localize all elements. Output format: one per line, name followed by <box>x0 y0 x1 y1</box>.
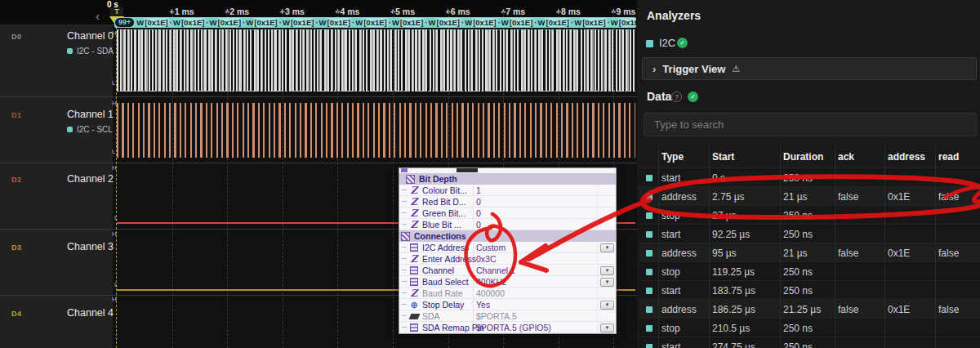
property-row[interactable]: ChannelChannel 1▾ <box>399 265 616 276</box>
channel-analyzer-label[interactable]: I2C - SDA <box>67 47 114 56</box>
property-value[interactable]: Channel 1 <box>476 265 515 275</box>
property-row[interactable]: ZRed Bit D...0 <box>399 196 616 207</box>
property-row[interactable]: Baud Select400KHz▾ <box>399 276 616 288</box>
dropdown-button[interactable]: ▾ <box>600 243 614 252</box>
channel-panel <box>0 25 113 348</box>
property-row[interactable]: ZEnter Address0x3C <box>399 253 616 265</box>
property-row[interactable]: SDA Remap Pin$PORTA.5 (GPIO5)▾ <box>399 322 616 333</box>
trigger-view-bar[interactable]: › Trigger View ⚠ <box>642 57 977 80</box>
numeric-field-icon: Z <box>411 220 418 230</box>
cell-ack: false <box>838 191 858 203</box>
cell-read: false <box>938 304 959 315</box>
property-value[interactable]: Yes <box>476 300 490 310</box>
i2c-decode-bubble[interactable]: W[0x1E] <box>283 18 314 27</box>
analyzer-label-text: I2C - SCL <box>77 125 113 134</box>
property-value[interactable]: $PORTA.5 <box>476 311 517 321</box>
i2c-decode-bubble[interactable]: W[0x1E] <box>392 18 424 27</box>
property-value[interactable]: 1 <box>476 185 481 195</box>
property-value[interactable]: 0 <box>476 220 481 230</box>
level-marker-high: H <box>112 231 117 238</box>
property-value[interactable]: $PORTA.5 (GPIO5) <box>476 323 551 332</box>
channel-analyzer-label[interactable]: I2C - SCL <box>67 125 113 134</box>
dropdown-button[interactable]: ▾ <box>600 266 614 275</box>
i2c-decode-strip[interactable]: 99+W[0x1E]·W[0x1E]·W[0x1E]·W[0x1E]·W[0x1… <box>114 17 636 28</box>
channel-name[interactable]: Channel 3 <box>67 241 114 252</box>
cell-start: 119.25 µs <box>712 266 755 278</box>
property-value[interactable]: 0 <box>476 197 481 207</box>
channel-name[interactable]: Channel 0 <box>67 30 114 42</box>
cell-read: false <box>938 248 959 259</box>
property-row[interactable]: ZColour Bit...1 <box>399 185 616 196</box>
table-row[interactable]: start274.75 µs250 ns <box>639 337 980 348</box>
i2c-decode-bubble[interactable]: W[0x1E] <box>429 18 461 27</box>
column-divider <box>473 310 474 321</box>
help-icon[interactable]: ? <box>671 91 682 102</box>
property-value[interactable]: 0 <box>476 208 481 218</box>
decode-address-pill: [0x1E] <box>253 18 278 27</box>
i2c-decode-bubble[interactable]: W[0x1E] <box>611 18 636 27</box>
channel0-waveform[interactable] <box>117 29 635 91</box>
column-divider <box>597 299 598 310</box>
table-header: TypeStartDurationackaddressread <box>639 145 980 168</box>
column-header-duration[interactable]: Duration <box>783 151 823 163</box>
property-row[interactable]: I2C AddressCustom▾ <box>399 242 616 253</box>
channel-name[interactable]: Channel 4 <box>67 307 114 319</box>
cell-duration: 250 ns <box>783 341 813 348</box>
i2c-decode-bubble[interactable]: W[0x1E] <box>574 18 606 27</box>
table-row[interactable]: address2.75 µs21 µsfalse0x1Efalse <box>639 186 980 206</box>
i2c-decode-bubble[interactable]: W[0x1E] <box>465 18 497 27</box>
analyzer-color-dot <box>67 127 73 132</box>
property-row[interactable]: ⊕Stop DelayYes▾ <box>399 299 616 310</box>
table-row[interactable]: stop119.25 µs250 ns <box>639 261 980 281</box>
section-title: Bit Depth <box>419 174 457 184</box>
dropdown-button[interactable]: ▾ <box>600 323 614 332</box>
table-row[interactable]: stop27 µs250 ns <box>639 205 980 225</box>
property-value[interactable]: 400KHz <box>476 277 506 287</box>
table-row[interactable]: address95 µs21 µsfalse0x1Efalse <box>639 243 980 262</box>
tree-connector <box>402 224 407 225</box>
search-input[interactable] <box>644 113 977 136</box>
channel1-waveform[interactable] <box>117 103 635 158</box>
i2c-decode-bubble[interactable]: W[0x1E] <box>538 18 570 27</box>
column-header-address[interactable]: address <box>888 151 925 163</box>
table-row[interactable]: start0 s250 ns <box>639 167 980 187</box>
column-header-type[interactable]: Type <box>662 151 684 163</box>
i2c-decode-bubble[interactable]: W[0x1E] <box>355 18 387 27</box>
i2c-decode-bubble[interactable]: W[0x1E] <box>173 18 205 27</box>
cell-start: 210.5 µs <box>712 323 750 334</box>
table-row[interactable]: address186.25 µs21.25 µsfalse0x1Efalse <box>639 299 980 319</box>
i2c-decode-bubble[interactable]: W[0x1E] <box>210 18 242 27</box>
property-row[interactable]: ZBlue Bit ...0 <box>399 219 616 230</box>
column-header-read[interactable]: read <box>938 151 959 163</box>
channel-name[interactable]: Channel 2 <box>67 173 114 185</box>
popup-section-header[interactable]: Connections <box>399 230 616 242</box>
cell-start: 274.75 µs <box>712 341 755 348</box>
property-icon-wrap <box>409 243 419 252</box>
analyzer-item-i2c[interactable]: I2C <box>659 37 675 49</box>
i2c-decode-bubble[interactable]: W[0x1E] <box>501 18 533 27</box>
table-row[interactable]: start92.25 µs250 ns <box>639 224 980 243</box>
property-value[interactable]: Custom <box>476 243 506 252</box>
column-header-start[interactable]: Start <box>712 151 734 163</box>
property-row[interactable]: ZBaud Rate400000 <box>399 288 616 299</box>
collapse-panel-icon[interactable]: ‹ <box>96 11 100 22</box>
i2c-decode-bubble[interactable]: W[0x1E] <box>246 18 278 27</box>
property-value[interactable]: 400000 <box>476 288 505 298</box>
i2c-decode-bubble[interactable]: W[0x1E] <box>136 18 168 27</box>
table-row[interactable]: stop210.5 µs250 ns <box>639 318 980 337</box>
property-row[interactable]: ZGreen Bit...0 <box>399 207 616 219</box>
channel-name[interactable]: Channel 1 <box>67 109 114 120</box>
property-value[interactable]: 0x3C <box>476 254 497 264</box>
column-header-ack[interactable]: ack <box>838 151 854 163</box>
dropdown-button[interactable]: ▾ <box>600 301 614 310</box>
dropdown-button[interactable]: ▾ <box>600 278 614 287</box>
table-row[interactable]: start183.75 µs250 ns <box>639 280 980 300</box>
i2c-decode-bubble[interactable]: W[0x1E] <box>319 18 351 27</box>
cell-type: address <box>662 191 697 203</box>
property-row[interactable]: SDA$PORTA.5 <box>399 310 616 322</box>
cell-duration: 21.25 µs <box>783 304 821 315</box>
trigger-marker-label[interactable]: T <box>110 7 123 16</box>
popup-section-header[interactable]: Bit Depth <box>399 173 616 185</box>
popup-darkbox <box>457 168 478 172</box>
decode-address-pill: [0x1E] <box>509 18 534 27</box>
